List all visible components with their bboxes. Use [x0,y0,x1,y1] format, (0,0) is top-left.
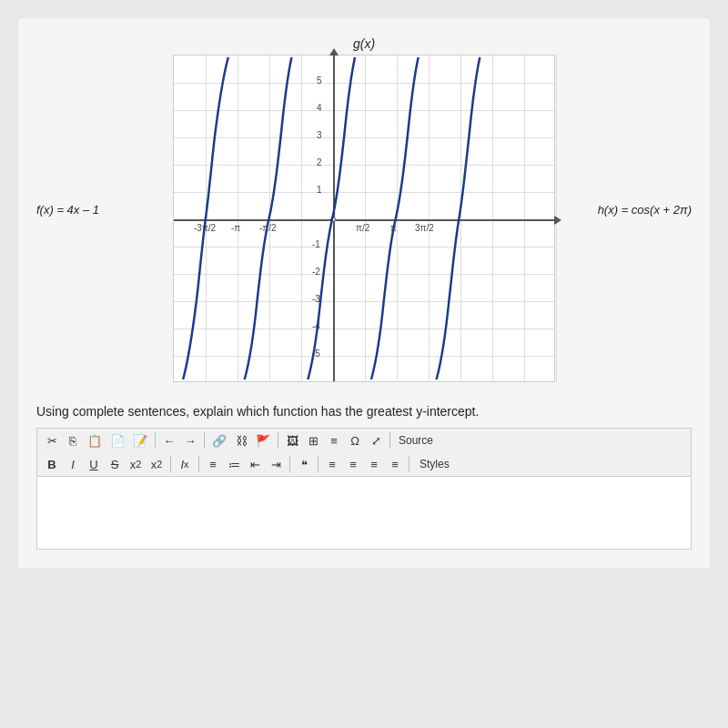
indent-less-button[interactable]: ⇤ [246,457,264,472]
separator [409,456,410,472]
question-text: Using complete sentences, explain which … [36,404,692,419]
special-char-button[interactable]: Ω [346,433,364,449]
unlink-button[interactable]: ⛓ [232,433,250,449]
indent-more-button[interactable]: ⇥ [267,457,285,472]
separator [318,456,318,472]
label-left: f(x) = 4x – 1 [36,203,99,217]
link-button[interactable]: 🔗 [209,433,229,449]
undo-button[interactable]: ← [160,433,178,449]
numbered-list-button[interactable]: ≡ [204,457,222,472]
label-right: h(x) = cos(x + 2π) [598,203,692,217]
separator [170,456,171,472]
graph-section: f(x) = 4x – 1 g(x) [36,36,692,382]
source-button[interactable]: Source [395,433,437,448]
separator [278,432,278,449]
align-center-button[interactable]: ≡ [344,457,362,472]
separator [289,456,290,472]
redo-button[interactable]: → [181,433,199,449]
styles-dropdown[interactable]: Styles [414,457,455,471]
graph-title: g(x) [353,36,375,51]
bullet-list-button[interactable]: ≔ [225,457,243,472]
separator [155,432,156,449]
y-axis-arrow [329,48,339,56]
blockquote-button[interactable]: ❝ [295,457,313,472]
align-justify-button[interactable]: ≡ [386,457,404,472]
subscript-button[interactable]: x2 [126,457,145,472]
editor-area[interactable] [36,477,692,550]
separator [389,432,390,449]
underline-button[interactable]: U [85,457,103,472]
editor-toolbar-row2: B I U S x2 x2 Ix ≡ ≔ ⇤ ⇥ ❝ ≡ ≡ ≡ ≡ Style… [36,452,692,477]
cut-button[interactable]: ✂ [43,433,61,449]
superscript-button[interactable]: x2 [147,457,166,472]
align-left-button[interactable]: ≡ [323,457,341,472]
table-button[interactable]: ⊞ [304,433,322,449]
editor-toolbar-row1: ✂ ⎘ 📋 📄 📝 ← → 🔗 ⛓ 🚩 🖼 ⊞ ≡ Ω ⤢ Source [36,428,692,452]
paste-word-button[interactable]: 📝 [130,433,150,449]
paste-button[interactable]: 📋 [85,433,105,449]
hline-button[interactable]: ≡ [325,433,343,449]
align-right-button[interactable]: ≡ [365,457,383,472]
strikethrough-button[interactable]: S [106,457,124,472]
x-axis-arrow [554,216,561,225]
bold-button[interactable]: B [43,457,61,472]
tangent-curves [174,56,554,381]
italic-button[interactable]: I [64,457,82,472]
graph-canvas: -3π/2 -π -π/2 π/2 π 3π/2 5 4 3 2 1 -1 -2… [173,55,555,382]
separator [204,432,205,449]
page-container: f(x) = 4x – 1 g(x) [18,18,710,568]
paste-text-button[interactable]: 📄 [107,433,127,449]
graph-wrapper: g(x) [173,36,555,382]
copy-button[interactable]: ⎘ [64,433,82,449]
image-button[interactable]: 🖼 [283,433,301,449]
anchor-button[interactable]: 🚩 [253,433,273,449]
clear-format-button[interactable]: Ix [176,457,194,472]
separator [198,456,199,472]
maximize-button[interactable]: ⤢ [367,433,385,449]
